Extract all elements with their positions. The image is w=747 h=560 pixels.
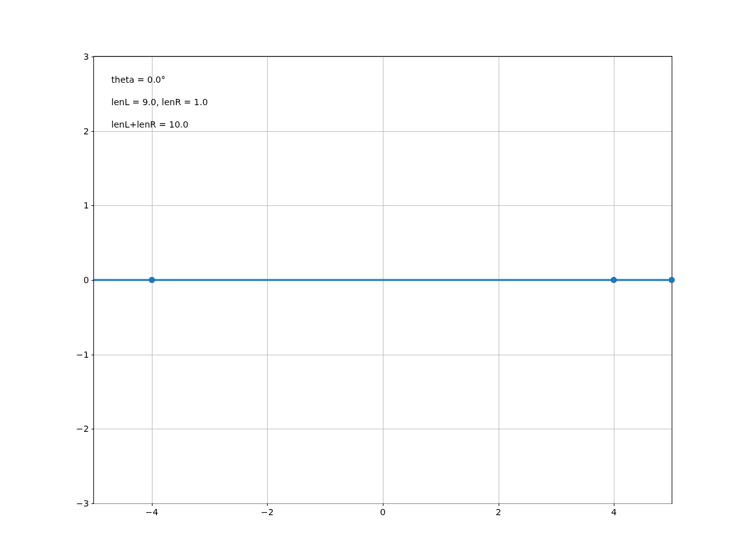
x-tick	[499, 503, 499, 506]
annotation-lengths: lenL = 9.0, lenR = 1.0	[111, 97, 208, 107]
x-tick-label: 0	[380, 507, 386, 517]
x-tick-label: −4	[145, 507, 158, 517]
y-tick	[92, 205, 94, 206]
x-tick	[267, 503, 268, 506]
x-tick-label: 4	[611, 507, 617, 517]
y-tick	[92, 503, 94, 504]
x-tick-label: 2	[496, 507, 501, 517]
y-tick	[92, 355, 94, 355]
y-tick	[92, 57, 94, 57]
y-tick-label: −3	[76, 498, 89, 508]
y-tick	[92, 429, 94, 429]
gridline-h	[94, 205, 672, 206]
gridline-h	[94, 131, 672, 132]
x-tick	[383, 503, 383, 506]
y-tick-label: −2	[76, 424, 89, 434]
gridline-h	[94, 355, 672, 355]
data-line	[94, 279, 672, 281]
data-point	[149, 277, 155, 283]
x-tick	[152, 503, 153, 506]
x-tick	[614, 503, 614, 506]
annotation-sum: lenL+lenR = 10.0	[111, 119, 189, 129]
y-tick-label: −1	[76, 350, 89, 360]
annotation-theta: theta = 0.0°	[111, 75, 166, 85]
y-tick	[92, 131, 94, 132]
gridline-h	[94, 429, 672, 429]
data-point	[611, 277, 617, 283]
y-tick-label: 1	[83, 200, 89, 210]
gridline-h	[94, 57, 672, 57]
data-point	[669, 277, 675, 283]
figure: −4 −2 0 2 4 −3 −2 −1 0 1 2 3 theta = 0.0…	[0, 0, 747, 560]
chart-axes: −4 −2 0 2 4 −3 −2 −1 0 1 2 3 theta = 0.0…	[93, 56, 672, 504]
y-tick-label: 2	[83, 126, 89, 136]
y-tick-label: 0	[83, 275, 89, 285]
y-tick-label: 3	[83, 52, 89, 62]
x-tick-label: −2	[261, 507, 274, 517]
